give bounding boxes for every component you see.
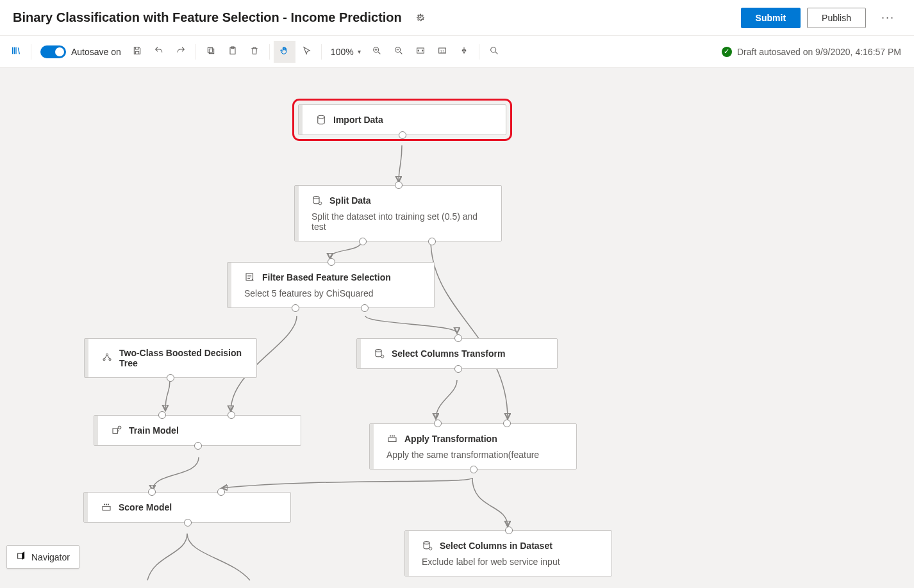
module-boosted-decision-tree[interactable]: Two-Class Boosted Decision Tree (84, 338, 257, 378)
more-menu-button[interactable]: ··· (875, 7, 901, 28)
svg-point-27 (106, 503, 107, 505)
module-desc: Exclude label for web service input (422, 557, 601, 567)
pan-tool-button[interactable] (274, 41, 295, 63)
module-filter-feature-selection[interactable]: Filter Based Feature Selection Select 5 … (227, 262, 435, 308)
module-score-model[interactable]: Score Model (83, 492, 291, 523)
module-title: Select Columns in Dataset (440, 541, 553, 551)
output-port[interactable] (454, 365, 462, 373)
tree-icon (101, 352, 113, 364)
input-port-1[interactable] (434, 420, 442, 427)
zoom-out-button[interactable] (388, 41, 410, 63)
zoom-in-button[interactable] (366, 41, 388, 63)
input-port-1[interactable] (158, 411, 166, 419)
svg-rect-21 (388, 438, 396, 442)
svg-point-15 (103, 359, 105, 361)
module-title: Apply Transformation (404, 434, 497, 444)
module-desc: Split the dataset into training set (0.5… (312, 211, 491, 232)
pipeline-canvas[interactable]: Import Data Split Data Split the dataset… (0, 68, 914, 588)
svg-point-22 (390, 435, 391, 436)
zoom-in-icon (372, 45, 382, 58)
paste-icon (228, 45, 238, 58)
input-port[interactable] (505, 527, 513, 534)
chevron-down-icon: ▾ (358, 48, 361, 55)
module-select-columns-transform[interactable]: Select Columns Transform (356, 338, 558, 369)
output-port-2[interactable] (361, 304, 369, 312)
module-desc: Apply the same transformation(feature (386, 450, 566, 460)
search-button[interactable] (483, 41, 505, 63)
module-split-data[interactable]: Split Data Split the dataset into traini… (294, 185, 502, 241)
svg-point-9 (490, 47, 495, 53)
zoom-out-icon (394, 45, 404, 58)
undo-button[interactable] (148, 41, 170, 63)
input-port-1[interactable] (148, 488, 156, 496)
paste-button[interactable] (222, 41, 244, 63)
score-icon (101, 502, 112, 513)
output-port-1[interactable] (359, 238, 367, 245)
autosave-toggle[interactable]: Autosave on (35, 45, 126, 58)
delete-button[interactable] (244, 41, 265, 63)
output-port[interactable] (184, 519, 192, 527)
module-desc: Select 5 features by ChiSquared (244, 288, 424, 298)
module-train-model[interactable]: Train Model (94, 415, 301, 446)
output-port[interactable] (470, 466, 478, 473)
library-panel-button[interactable] (5, 41, 27, 63)
navigator-button[interactable]: Navigator (6, 545, 79, 569)
module-import-data[interactable]: Import Data (298, 104, 506, 135)
output-port[interactable] (167, 374, 174, 382)
svg-point-29 (424, 542, 429, 544)
input-port-2[interactable] (217, 488, 225, 496)
input-port-2[interactable] (503, 420, 511, 427)
columns-select-icon (422, 540, 433, 551)
input-port-2[interactable] (228, 411, 235, 419)
save-icon (132, 45, 142, 58)
header: Binary Classification with Feature Selec… (0, 0, 914, 36)
input-port[interactable] (454, 334, 462, 342)
module-title: Score Model (119, 502, 172, 512)
gear-icon (415, 14, 425, 24)
submit-button[interactable]: Submit (741, 8, 801, 28)
toolbar: Autosave on 100% ▾ 1:1 ✓ Draft autosaved… (0, 36, 914, 68)
publish-button[interactable]: Publish (807, 8, 866, 28)
zoom-value: 100% (331, 47, 354, 57)
module-title: Train Model (129, 425, 179, 436)
svg-point-26 (104, 503, 105, 505)
output-port-1[interactable] (292, 304, 299, 312)
actual-size-icon: 1:1 (437, 45, 447, 58)
pointer-tool-button[interactable] (295, 41, 317, 63)
svg-point-24 (394, 435, 395, 436)
train-icon (111, 425, 122, 436)
auto-layout-button[interactable] (453, 41, 475, 63)
svg-point-30 (429, 547, 432, 550)
module-apply-transformation[interactable]: Apply Transformation Apply the same tran… (369, 423, 577, 470)
save-button[interactable] (126, 41, 148, 63)
output-port[interactable] (399, 131, 406, 139)
fit-screen-icon (415, 45, 426, 58)
output-port[interactable] (194, 442, 202, 450)
copy-icon (206, 45, 216, 58)
input-port[interactable] (328, 258, 335, 266)
search-icon (489, 45, 499, 58)
svg-text:1:1: 1:1 (440, 49, 444, 53)
svg-point-18 (381, 355, 384, 358)
module-title: Split Data (329, 195, 371, 206)
undo-icon (154, 45, 164, 58)
settings-button[interactable] (411, 8, 429, 28)
copy-button[interactable] (200, 41, 222, 63)
svg-point-12 (319, 202, 322, 205)
delete-icon (249, 45, 260, 58)
module-title: Two-Class Boosted Decision Tree (119, 348, 246, 368)
status-text: Draft autosaved on 9/9/2020, 4:16:57 PM (737, 47, 901, 57)
zoom-level-select[interactable]: 100% ▾ (326, 47, 366, 57)
navigator-icon (16, 551, 26, 563)
output-port-2[interactable] (428, 238, 436, 245)
svg-point-11 (313, 197, 319, 199)
input-port[interactable] (395, 181, 403, 189)
columns-icon (374, 348, 385, 359)
actual-size-button[interactable]: 1:1 (431, 41, 453, 63)
svg-point-28 (108, 503, 109, 505)
svg-point-17 (376, 350, 381, 352)
library-icon (11, 45, 21, 58)
module-select-columns-dataset[interactable]: Select Columns in Dataset Exclude label … (404, 530, 612, 576)
fit-screen-button[interactable] (410, 41, 431, 63)
redo-button[interactable] (170, 41, 192, 63)
